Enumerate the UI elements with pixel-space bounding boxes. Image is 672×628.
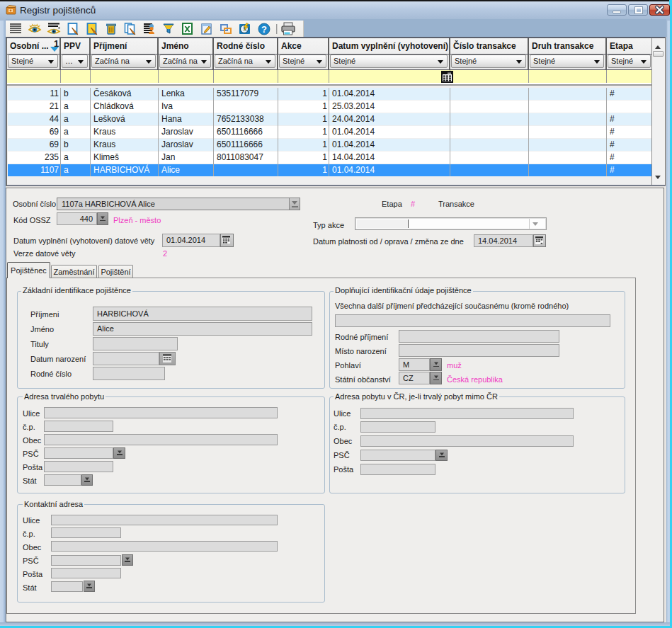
svg-text:?: ? [261,24,267,35]
